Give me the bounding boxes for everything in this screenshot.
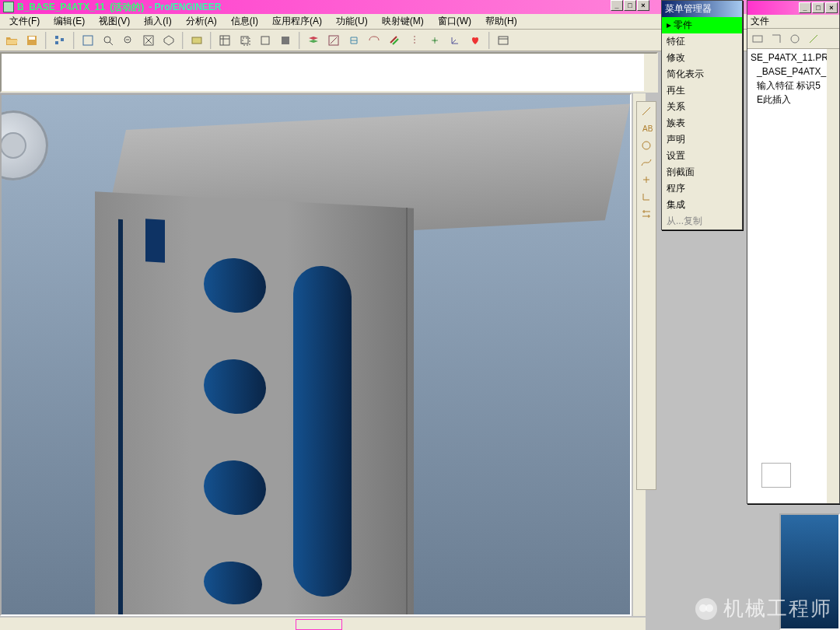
maximize-button[interactable]: □ <box>624 0 636 11</box>
svg-rect-4 <box>61 38 64 41</box>
mm-setup[interactable]: 设置 <box>662 148 742 164</box>
viewport-wrap <box>0 93 658 630</box>
refit-icon[interactable] <box>140 32 157 49</box>
datum-point-icon[interactable] <box>426 32 443 49</box>
menu-info[interactable]: 信息(I) <box>225 13 264 30</box>
tree-item-1[interactable]: _BASE_P4ATX_11 <box>751 65 836 79</box>
msg-scrollbar-v[interactable] <box>644 54 656 91</box>
svg-point-6 <box>104 37 110 43</box>
tree-minimize-button[interactable]: _ <box>799 2 811 13</box>
svg-rect-15 <box>261 37 269 44</box>
sketch-text-icon[interactable]: AB <box>639 121 654 136</box>
tree-toolbar <box>747 29 839 49</box>
tree-menu-file[interactable]: 文件 <box>751 15 769 28</box>
sketch-point-icon[interactable] <box>639 172 654 187</box>
mm-famtab[interactable]: 族表 <box>662 115 742 131</box>
app-icon <box>3 2 14 12</box>
mm-program[interactable]: 程序 <box>662 180 742 197</box>
svg-rect-5 <box>83 36 93 45</box>
menu-edit[interactable]: 编辑(E) <box>47 13 91 30</box>
menu-view[interactable]: 视图(V) <box>93 13 136 30</box>
menu-help[interactable]: 帮助(H) <box>479 13 523 30</box>
svg-rect-9 <box>192 37 201 44</box>
watermark-icon <box>695 598 717 620</box>
tree-item-2[interactable]: 输入特征 标识5 <box>751 79 836 93</box>
model-tree[interactable]: SE_P4ATX_11.PRT _BASE_P4ATX_11 输入特征 标识5 … <box>747 49 839 108</box>
csys-icon[interactable] <box>446 32 464 49</box>
datum-axis-icon[interactable] <box>406 32 423 49</box>
tool-a-icon[interactable] <box>325 32 342 49</box>
zoom-in-icon[interactable] <box>100 32 117 49</box>
no-hidden-icon[interactable] <box>257 32 274 49</box>
menu-analysis[interactable]: 分析(A) <box>180 13 223 30</box>
menu-window[interactable]: 窗口(W) <box>432 13 478 30</box>
tree-close-button[interactable]: × <box>825 2 838 13</box>
watermark: 机械工程师 <box>695 595 832 622</box>
svg-rect-16 <box>282 37 289 44</box>
mm-feature[interactable]: 特征 <box>662 33 742 50</box>
tree-tool-a-icon[interactable] <box>749 30 766 47</box>
tree-item-3[interactable]: E此插入 <box>751 93 836 107</box>
hidden-line-icon[interactable] <box>236 32 254 49</box>
3d-part <box>95 130 600 616</box>
mm-declare[interactable]: 声明 <box>662 131 742 148</box>
repaint-icon[interactable] <box>79 32 96 49</box>
window-icon[interactable] <box>495 32 512 49</box>
menu-file[interactable]: 文件(F) <box>3 13 46 30</box>
save-icon[interactable] <box>23 32 40 49</box>
orient-icon[interactable] <box>160 32 177 49</box>
spin-control-icon[interactable] <box>0 110 48 180</box>
svg-point-22 <box>642 142 650 149</box>
shade-icon[interactable] <box>277 32 294 49</box>
menu-mapkey[interactable]: 映射键(M) <box>376 13 430 30</box>
menu-app[interactable]: 应用程序(A) <box>266 13 328 30</box>
tree-maximize-button[interactable]: □ <box>812 2 824 13</box>
mm-simprep[interactable]: 简化表示 <box>662 66 742 82</box>
svg-point-18 <box>434 39 436 41</box>
title-status: (活动的) <box>110 1 144 14</box>
mm-integrate[interactable]: 集成 <box>662 197 742 213</box>
mm-copyfrom: 从...复制 <box>662 213 742 229</box>
svg-rect-3 <box>55 41 58 44</box>
minimize-button[interactable]: _ <box>611 0 623 11</box>
tool-b-icon[interactable] <box>345 32 362 49</box>
main-window-controls: _ □ × <box>611 0 649 11</box>
tree-menubar: 文件 <box>747 15 839 29</box>
3d-viewport[interactable] <box>0 93 632 616</box>
model-tree-icon[interactable] <box>51 32 68 49</box>
sketch-dim-icon[interactable] <box>639 206 654 222</box>
datum-plane-icon[interactable] <box>386 32 403 49</box>
svg-rect-23 <box>753 36 762 42</box>
status-tag <box>296 619 342 630</box>
layers-icon[interactable] <box>305 32 322 49</box>
mm-relations[interactable]: 关系 <box>662 99 742 115</box>
saved-view-icon[interactable] <box>188 32 205 49</box>
svg-rect-1 <box>29 37 35 40</box>
sketch-spline-icon[interactable] <box>639 155 654 170</box>
sketch-csys-icon[interactable] <box>639 189 654 205</box>
mm-modify[interactable]: 修改 <box>662 50 742 66</box>
sketch-line-icon[interactable] <box>639 103 654 119</box>
wireframe-icon[interactable] <box>216 32 233 49</box>
menu-insert[interactable]: 插入(I) <box>138 13 177 30</box>
tree-tool-b-icon[interactable] <box>768 30 785 47</box>
zoom-out-icon[interactable] <box>120 32 137 49</box>
close-button[interactable]: × <box>637 0 649 11</box>
tool-c-icon[interactable] <box>366 32 383 49</box>
tree-tool-c-icon[interactable] <box>786 30 803 47</box>
mm-xsec[interactable]: 剖截面 <box>662 164 742 180</box>
menu-manager-current[interactable]: ▸ 零件 <box>662 17 742 33</box>
svg-text:AB: AB <box>642 124 653 133</box>
svg-rect-13 <box>241 37 248 44</box>
tree-preview-box <box>761 463 791 488</box>
tree-scrollbar-v[interactable] <box>827 49 839 503</box>
tree-item-root[interactable]: SE_P4ATX_11.PRT <box>751 51 836 65</box>
tree-tool-d-icon[interactable] <box>805 30 822 47</box>
heart-icon[interactable] <box>467 32 484 49</box>
menu-func[interactable]: 功能(U) <box>330 13 374 30</box>
message-area: 直径 = 6.45627。 选择要量度直径的曲面。 <box>0 52 658 93</box>
open-icon[interactable] <box>3 32 20 49</box>
svg-rect-2 <box>55 36 58 39</box>
mm-regen[interactable]: 再生 <box>662 82 742 99</box>
sketch-circle-icon[interactable] <box>639 138 654 153</box>
